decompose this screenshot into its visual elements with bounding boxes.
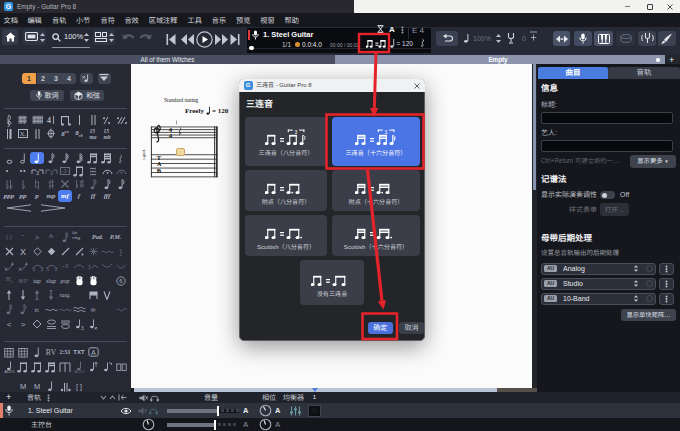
svg-text:1: 1 xyxy=(46,265,49,271)
svg-text:AUTO: AUTO xyxy=(4,370,14,373)
svg-text:3: 3 xyxy=(384,129,387,135)
svg-text:3: 3 xyxy=(81,325,84,330)
svg-text:3: 3 xyxy=(40,265,43,271)
svg-text:A: A xyxy=(91,349,96,356)
svg-text:1: 1 xyxy=(32,265,35,271)
svg-text:B: B xyxy=(157,167,162,174)
svg-text:3: 3 xyxy=(54,265,57,271)
svg-text:4: 4 xyxy=(47,116,51,125)
svg-text:AUTO: AUTO xyxy=(74,370,84,373)
svg-text:4: 4 xyxy=(169,132,173,139)
svg-text:3: 3 xyxy=(294,129,297,135)
svg-text:6: 6 xyxy=(119,278,123,284)
svg-text:3: 3 xyxy=(88,264,91,270)
